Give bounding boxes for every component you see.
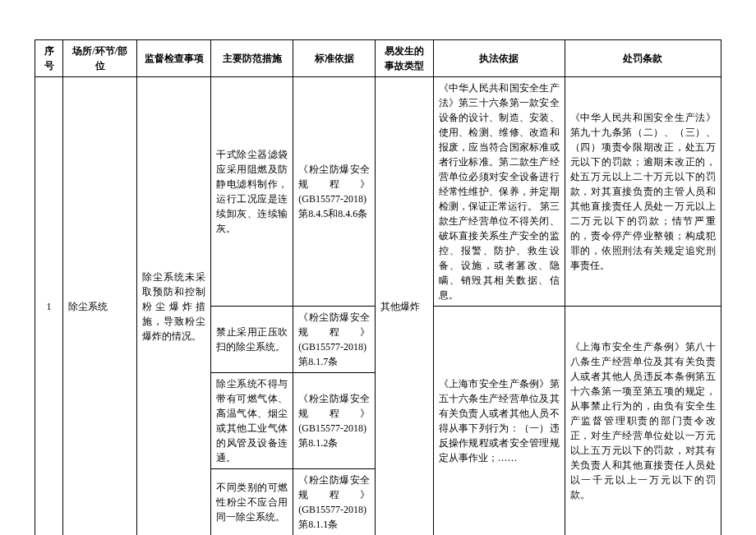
cell-check: 除尘系统未采取预防和控制粉尘爆炸措施，导致粉尘爆炸的情况。	[137, 77, 211, 536]
cell-measure: 除尘系统不得与带有可燃气体、高温气体、烟尘或其他工业气体的风管及设备连通。	[211, 373, 293, 469]
cell-seq: 1	[35, 77, 63, 536]
th-place: 场所/环节/部位	[63, 40, 137, 77]
cell-measure: 不同类别的可燃性粉尘不应合用同一除尘系统。	[211, 469, 293, 536]
cell-standard: 《粉尘防爆安全规程》(GB15577-2018)第8.1.1条	[293, 469, 376, 536]
cell-penalty: 《上海市安全生产条例》第八十八条生产经营单位及其有关负责人或者其他人员违反本条例…	[565, 307, 721, 536]
cell-standard: 《粉尘防爆安全规程》(GB15577-2018)第8.1.7条	[293, 307, 376, 373]
cell-accident: 其他爆炸	[376, 77, 433, 536]
cell-law: 《中华人民共和国安全生产法》第三十六条第一款安全设备的设计、制造、安装、使用、检…	[433, 77, 565, 307]
cell-penalty: 《中华人民共和国安全生产法》第九十九条第（二）、（三）、 （四）项责令限期改正，…	[565, 77, 721, 307]
inspection-table: 序号 场所/环节/部位 监督检查事项 主要防范措施 标准依据 易发生的事故类型 …	[35, 39, 721, 535]
cell-measure: 禁止采用正压吹扫的除尘系统。	[211, 307, 293, 373]
th-standard: 标准依据	[293, 40, 376, 77]
cell-standard: 《粉尘防爆安全规程》(GB15577-2018)第8.1.2条	[293, 373, 376, 469]
cell-place: 除尘系统	[63, 77, 137, 536]
cell-standard: 《粉尘防爆安全规程》(GB15577-2018)第8.4.5和8.4.6条	[293, 77, 376, 307]
th-seq: 序号	[35, 40, 63, 77]
th-accident: 易发生的事故类型	[376, 40, 433, 77]
th-penalty: 处罚条款	[565, 40, 721, 77]
table-row: 1 除尘系统 除尘系统未采取预防和控制粉尘爆炸措施，导致粉尘爆炸的情况。 干式除…	[35, 77, 721, 307]
cell-measure: 干式除尘器滤袋应采用阻燃及防静电滤料制作，运行工况应是连续卸灰、连续输灰。	[211, 77, 293, 307]
th-law: 执法依据	[433, 40, 565, 77]
th-check: 监督检查事项	[137, 40, 211, 77]
table-header-row: 序号 场所/环节/部位 监督检查事项 主要防范措施 标准依据 易发生的事故类型 …	[35, 40, 721, 77]
cell-law: 《上海市安全生产条例》第五十六条生产经营单位及其有关负责人或者其他人员不得从事下…	[433, 307, 565, 536]
th-measure: 主要防范措施	[211, 40, 293, 77]
